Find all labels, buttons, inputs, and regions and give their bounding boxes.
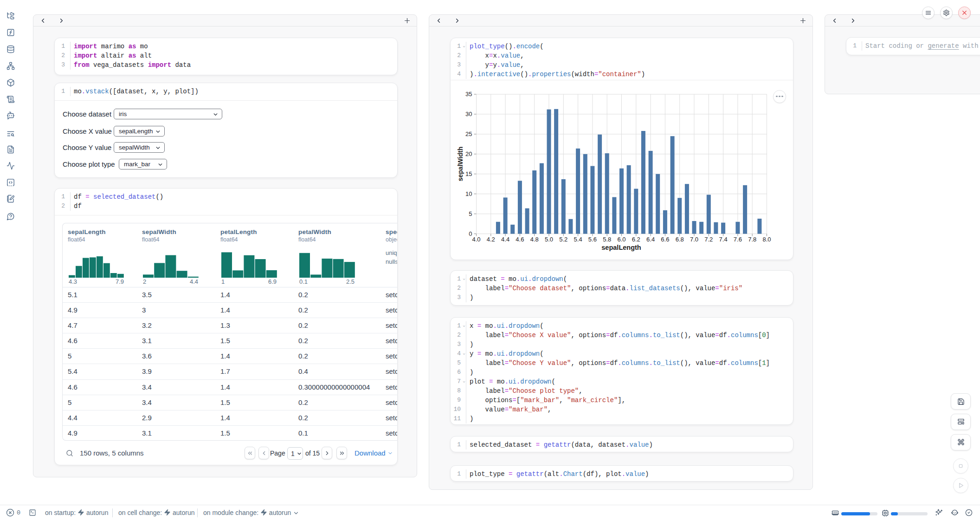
svg-text:10: 10 — [465, 190, 472, 197]
svg-text:7.0: 7.0 — [690, 236, 698, 243]
svg-text:4.6: 4.6 — [516, 236, 524, 243]
svg-text:4.2: 4.2 — [487, 236, 495, 243]
svg-text:15: 15 — [465, 170, 472, 177]
svg-text:20: 20 — [465, 150, 472, 157]
svg-text:5.2: 5.2 — [559, 236, 567, 243]
svg-text:7.8: 7.8 — [748, 236, 756, 243]
svg-text:4.4: 4.4 — [501, 236, 509, 243]
svg-text:5.8: 5.8 — [603, 236, 611, 243]
svg-text:35: 35 — [465, 91, 472, 98]
svg-text:6.8: 6.8 — [676, 236, 684, 243]
svg-text:6.2: 6.2 — [632, 236, 640, 243]
svg-text:5.6: 5.6 — [588, 236, 597, 243]
svg-text:5.4: 5.4 — [574, 236, 582, 243]
svg-text:sepalWidth: sepalWidth — [457, 147, 464, 182]
svg-text:30: 30 — [465, 111, 472, 117]
svg-text:6.4: 6.4 — [646, 236, 655, 243]
svg-text:6.6: 6.6 — [661, 236, 669, 243]
svg-text:25: 25 — [465, 130, 472, 137]
svg-text:sepalLength: sepalLength — [601, 244, 641, 251]
svg-text:4.8: 4.8 — [530, 236, 539, 243]
svg-text:8.0: 8.0 — [762, 236, 771, 243]
svg-text:4.0: 4.0 — [472, 236, 480, 243]
svg-text:7.4: 7.4 — [719, 236, 728, 243]
svg-text:7.6: 7.6 — [734, 236, 742, 243]
svg-text:0: 0 — [469, 230, 472, 237]
svg-text:6.0: 6.0 — [617, 236, 625, 243]
svg-text:5: 5 — [469, 210, 472, 217]
svg-text:7.2: 7.2 — [704, 236, 713, 243]
svg-text:5.0: 5.0 — [545, 236, 553, 243]
